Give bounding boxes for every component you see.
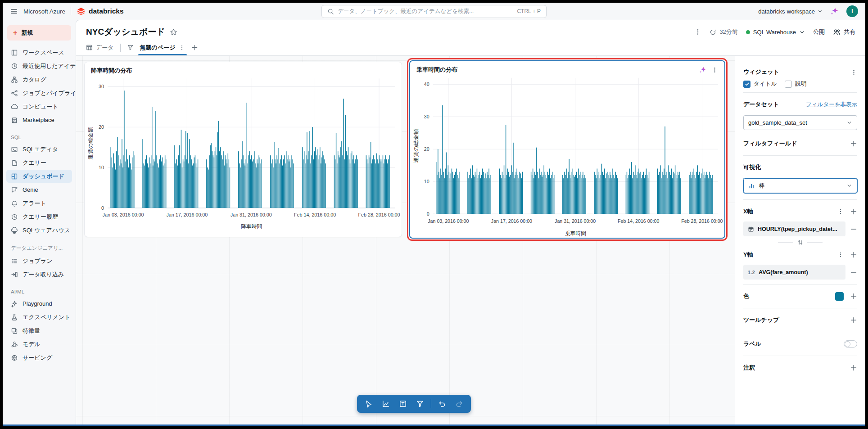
textbox-icon [399, 400, 407, 408]
sidebar-item-genie[interactable]: Genie [6, 183, 72, 196]
hide-filters-link[interactable]: フィルターを非表示 [806, 101, 857, 108]
sidebar-item-clock[interactable]: 最近使用したアイテ... [6, 59, 72, 72]
sidebar-item-sql-editor[interactable]: SQLエディタ [6, 143, 72, 156]
y-axis-field-chip[interactable]: 1.2 AVG(fare_amount) [743, 265, 845, 280]
sidebar-item-bell[interactable]: アラート [6, 197, 72, 210]
global-search[interactable]: CTRL + P [321, 5, 547, 18]
swap-axes-button[interactable] [797, 239, 804, 246]
menu-button[interactable] [10, 7, 18, 15]
sidebar-item-ingest[interactable]: データ取り込み [6, 268, 72, 281]
filters-button[interactable] [127, 44, 134, 51]
chevron-down-icon [846, 120, 852, 126]
widget-dropoff-chart[interactable]: 降車時間の分布 Jan 03, 2016 00:00Jan 17, 2016 0… [84, 62, 402, 237]
sidebar-item-catalog[interactable]: カタログ [6, 73, 72, 86]
labels-toggle[interactable] [844, 340, 857, 348]
sidebar-item-warehouse[interactable]: SQLウェアハウス [6, 224, 72, 237]
add-visualization-button[interactable] [379, 397, 393, 411]
widget-kebab-button[interactable] [711, 67, 718, 73]
title-checkbox[interactable]: タイトル [743, 80, 777, 88]
panel-divider [743, 284, 857, 284]
bar-chart-dropoff[interactable]: Jan 03, 2016 00:00Jan 17, 2016 00:00Jan … [86, 75, 400, 230]
sidebar-section-title: データエンジニアリ... [11, 245, 68, 252]
sidebar-item-cloud[interactable]: コンピュート [6, 100, 72, 113]
sidebar-item-flask[interactable]: エクスペリメント [6, 311, 72, 324]
widget-options-kebab[interactable] [850, 69, 857, 76]
avatar[interactable]: I [846, 5, 858, 17]
dataset-value: gold_sample_data_set [748, 119, 807, 126]
color-swatch[interactable] [835, 292, 844, 301]
dashboard-canvas[interactable]: 降車時間の分布 Jan 03, 2016 00:00Jan 17, 2016 0… [76, 56, 735, 424]
workspace-switcher[interactable]: databricks-workspace [758, 8, 823, 15]
table-icon [86, 44, 93, 51]
widget-assistant-button[interactable] [699, 66, 707, 74]
bar-chart-pickup[interactable]: Jan 03, 2016 00:00Jan 17, 2016 00:00Jan … [412, 74, 723, 238]
clock-icon [11, 63, 18, 70]
widget-pickup-chart-selected[interactable]: 乗車時間の分布 [407, 58, 728, 241]
ingest-icon [11, 271, 18, 278]
add-text-button[interactable] [396, 397, 410, 411]
funnel-icon [127, 44, 134, 51]
add-filter-button[interactable] [413, 397, 427, 411]
dashboard-kebab-button[interactable] [694, 28, 701, 36]
svg-text:Feb 14, 2016 00:00: Feb 14, 2016 00:00 [294, 212, 336, 217]
genie-icon [11, 186, 18, 194]
warehouse-selector[interactable]: SQL Warehouse [746, 29, 805, 36]
new-button[interactable]: + 新規 [7, 25, 71, 41]
tab-page-label: 無題のページ [140, 44, 176, 52]
sidebar-item-file[interactable]: クエリー [6, 156, 72, 169]
redo-button[interactable] [452, 397, 466, 411]
sidebar-item-label: ジョブラン [23, 257, 53, 265]
x-axis-kebab[interactable] [837, 208, 844, 215]
hamburger-icon [10, 7, 18, 15]
sidebar-item-workspace[interactable]: ワークスペース [6, 46, 72, 59]
y-axis-remove-button[interactable] [850, 269, 857, 276]
annotation-add-button[interactable] [850, 364, 857, 371]
x-axis-field-chip[interactable]: HOURLY(tpep_pickup_datet... [743, 221, 845, 236]
kebab-icon[interactable] [179, 45, 185, 51]
sidebar-item-dashboard[interactable]: ダッシュボード [6, 170, 72, 183]
refresh-button[interactable]: 32分前 [710, 28, 737, 36]
sidebar-item-label: クエリー [23, 159, 46, 167]
assistant-button[interactable] [830, 7, 839, 16]
search-input[interactable] [338, 8, 513, 14]
sidebar-item-features[interactable]: 特徴量 [6, 324, 72, 337]
sidebar-item-store[interactable]: Marketplace [6, 113, 72, 126]
x-axis-remove-button[interactable] [850, 226, 857, 233]
workspace-name: databricks-workspace [758, 8, 815, 15]
share-button[interactable]: 共有 [833, 28, 855, 36]
select-tool-button[interactable] [362, 397, 376, 411]
sidebar-item-label: 最近使用したアイテ... [23, 62, 76, 70]
add-filter-field-button[interactable] [850, 140, 857, 147]
tab-page[interactable]: 無題のページ [140, 40, 185, 55]
tab-data[interactable]: データ [86, 40, 114, 55]
color-add-button[interactable] [850, 293, 857, 300]
y-axis-add-button[interactable] [850, 251, 857, 258]
dataset-select[interactable]: gold_sample_data_set [743, 115, 857, 130]
add-page-button[interactable] [191, 44, 198, 51]
sidebar-item-list[interactable]: ジョブラン [6, 254, 72, 267]
bell-icon [11, 200, 18, 207]
description-checkbox[interactable]: 説明 [785, 80, 806, 88]
favorite-star-button[interactable] [170, 28, 177, 36]
tooltip-add-button[interactable] [850, 316, 857, 324]
top-bar: Microsoft Azure databricks CTRL + P data… [3, 3, 865, 20]
x-axis-add-button[interactable] [850, 208, 857, 215]
sidebar-item-serving[interactable]: サービング [6, 351, 72, 364]
search-icon [327, 8, 334, 15]
color-label: 色 [743, 292, 749, 300]
y-axis-kebab[interactable] [837, 252, 844, 258]
sidebar-item-history[interactable]: クエリー履歴 [6, 210, 72, 223]
sidebar-item-sparkle[interactable]: Playground [6, 297, 72, 310]
publish-button[interactable]: 公開 [813, 28, 825, 36]
visualization-label: 可視化 [743, 163, 761, 172]
sidebar-item-pipelines[interactable]: ジョブとパイプライ... [6, 86, 72, 99]
undo-button[interactable] [435, 397, 449, 411]
sidebar-item-model[interactable]: モデル [6, 338, 72, 351]
databricks-logo[interactable]: databricks [77, 7, 124, 16]
svg-text:Jan 31, 2016 00:00: Jan 31, 2016 00:00 [555, 218, 596, 224]
visualization-select[interactable]: 棒 [743, 178, 857, 193]
bottom-accent-bar [3, 424, 865, 426]
swap-icon [797, 239, 804, 246]
refresh-icon [710, 29, 716, 36]
sidebar-sections: ワークスペース最近使用したアイテ...カタログジョブとパイプライ...コンピュー… [3, 46, 76, 364]
